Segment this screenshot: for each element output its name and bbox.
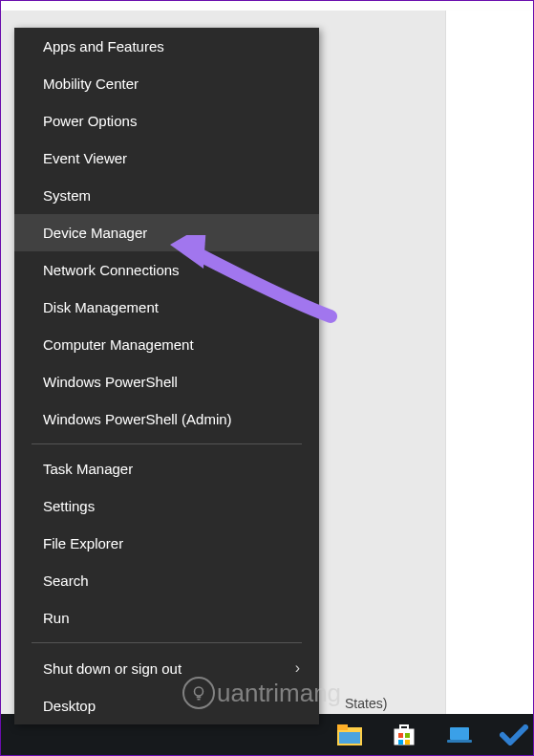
svg-rect-8 [405,740,410,745]
menu-item-windows-powershell[interactable]: Windows PowerShell [14,363,319,400]
menu-item-label: Settings [43,498,95,514]
window-title-bar [1,1,533,11]
menu-separator [32,443,302,444]
menu-item-windows-powershell-admin[interactable]: Windows PowerShell (Admin) [14,400,319,438]
menu-item-mobility-center[interactable]: Mobility Center [14,65,319,102]
menu-item-desktop[interactable]: Desktop [14,687,319,724]
menu-item-label: Disk Management [43,299,159,315]
svg-rect-3 [395,729,414,745]
chevron-right-icon: › [295,659,300,677]
menu-item-apps-and-features[interactable]: Apps and Features [14,28,319,65]
menu-item-label: Computer Management [43,336,194,353]
menu-item-label: Desktop [43,698,96,714]
menu-item-disk-management[interactable]: Disk Management [14,289,319,326]
menu-item-label: Run [43,610,70,626]
menu-item-network-connections[interactable]: Network Connections [14,251,319,289]
svg-rect-6 [405,733,410,738]
menu-item-run[interactable]: Run [14,599,319,637]
menu-item-device-manager[interactable]: Device Manager [14,214,319,251]
menu-item-file-explorer[interactable]: File Explorer [14,525,319,562]
menu-item-label: Power Options [43,113,137,129]
svg-rect-4 [400,725,408,729]
menu-item-label: Event Viewer [43,150,127,166]
menu-item-label: Task Manager [43,461,133,477]
menu-item-task-manager[interactable]: Task Manager [14,450,319,487]
menu-item-label: Device Manager [43,225,147,241]
menu-item-search[interactable]: Search [14,562,319,599]
menu-item-label: Windows PowerShell (Admin) [43,411,232,427]
menu-separator [32,642,302,643]
menu-item-system[interactable]: System [14,177,319,214]
right-panel [445,11,533,716]
svg-rect-10 [447,740,472,743]
menu-item-label: File Explorer [43,535,123,551]
menu-item-settings[interactable]: Settings [14,487,319,525]
svg-rect-5 [398,733,403,738]
svg-rect-9 [450,727,469,740]
microsoft-store-icon[interactable] [386,716,424,754]
svg-rect-1 [337,724,348,730]
tasks-check-icon[interactable] [496,716,534,754]
status-text: States) [345,696,387,711]
file-explorer-icon[interactable] [331,716,369,754]
menu-item-power-options[interactable]: Power Options [14,102,319,140]
menu-item-label: System [43,187,91,204]
menu-item-label: Apps and Features [43,38,164,54]
svg-rect-7 [398,740,403,745]
menu-item-label: Shut down or sign out [43,660,182,677]
laptop-icon[interactable] [440,716,479,754]
menu-item-label: Windows PowerShell [43,374,178,390]
menu-item-computer-management[interactable]: Computer Management [14,326,319,363]
menu-item-label: Network Connections [43,262,180,278]
svg-rect-2 [339,732,360,744]
menu-item-label: Mobility Center [43,76,139,92]
menu-item-shut-down-or-sign-out[interactable]: Shut down or sign out› [14,649,319,687]
menu-item-label: Search [43,572,89,589]
quick-link-menu[interactable]: Apps and FeaturesMobility CenterPower Op… [14,28,319,724]
menu-item-event-viewer[interactable]: Event Viewer [14,140,319,177]
